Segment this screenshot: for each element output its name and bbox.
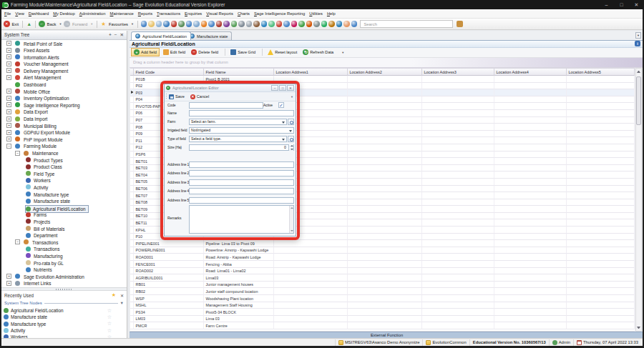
toolbar-icon[interactable] — [291, 21, 298, 27]
panel-help-icon[interactable]: i — [635, 41, 640, 46]
table-row[interactable]: WSPWoodshaving Plant location — [130, 295, 635, 302]
hand-icon[interactable] — [457, 21, 463, 27]
tree-expander-icon[interactable]: + — [6, 274, 11, 279]
toolbar-icon[interactable] — [351, 21, 358, 27]
tree-expander-icon[interactable]: − — [15, 151, 20, 156]
sidebar-item[interactable]: +Retail Point of Sale — [1, 40, 127, 47]
sidebar-item[interactable]: +Sage Evolution Administration — [1, 273, 127, 280]
toolbar-icon[interactable] — [193, 21, 200, 27]
sidebar-item[interactable]: Product Types — [1, 156, 127, 164]
tab-list-dropdown[interactable]: ▼ — [635, 32, 641, 39]
recent-item[interactable]: Manufacture state☆ — [1, 314, 127, 320]
reset-layout-button[interactable]: Reset layout — [265, 49, 299, 56]
size-spin-buttons[interactable] — [288, 144, 293, 151]
table-row[interactable]: RB02Junior staff compound location — [130, 288, 635, 295]
menu-item[interactable]: Reports — [136, 11, 155, 16]
address-line-2-input[interactable] — [189, 170, 294, 177]
sidebar-item[interactable]: +Mobile Office — [1, 88, 127, 95]
toolbar-icon[interactable] — [186, 21, 192, 27]
column-header[interactable]: Location Address4 — [494, 69, 567, 76]
dialog-close-button[interactable]: ✕ — [287, 85, 294, 91]
table-row[interactable]: FENCE001Fencing - Abba — [130, 261, 635, 268]
tree-expander-icon[interactable]: + — [6, 123, 11, 128]
sidebar-item[interactable]: +Data Export — [1, 109, 127, 116]
active-checkbox[interactable]: ✓ — [278, 102, 284, 108]
tree-expander-icon[interactable]: + — [6, 281, 11, 286]
column-header[interactable]: Location Address1 — [274, 69, 348, 76]
tree-expander-icon[interactable]: + — [6, 89, 11, 94]
sidebar-item[interactable]: +Information Alerts — [1, 54, 127, 61]
table-row[interactable]: PIPELINE001Pipeline: Lima 03 to Pivot 09 — [130, 240, 635, 247]
column-header[interactable]: Field Name — [204, 69, 274, 76]
group-by-strip[interactable]: Drag a column header here to group by th… — [130, 58, 643, 68]
tree-expander-icon[interactable]: + — [6, 54, 11, 59]
vertical-scrollbar[interactable] — [635, 68, 642, 332]
sidebar-item[interactable]: Field Type — [1, 170, 127, 177]
back-button[interactable]: Back ▼ — [38, 21, 63, 27]
column-header[interactable]: Location Address2 — [348, 69, 422, 76]
menu-item[interactable]: Visual Reports — [204, 11, 235, 16]
tree-expander-icon[interactable]: + — [6, 96, 11, 101]
menu-item[interactable]: Administration — [77, 11, 108, 16]
tab-agricultural-field-location[interactable]: Agricultural Field/Location — [131, 31, 191, 40]
sidebar-item[interactable]: Manufacturing — [1, 252, 127, 259]
name-input[interactable] — [189, 110, 294, 116]
sidebar-item[interactable]: +Municipal Billing — [1, 122, 127, 129]
address-line-5-input[interactable] — [189, 197, 294, 204]
sidebar-item[interactable]: Projects — [1, 218, 127, 225]
edit-field-button[interactable]: Edit field — [161, 49, 187, 56]
tree-expander-icon[interactable]: − — [15, 239, 20, 244]
tree-expander-icon[interactable]: + — [6, 61, 11, 66]
menu-item[interactable]: Maintenance — [108, 11, 136, 16]
sidebar-item[interactable]: +Alert Management — [1, 74, 127, 81]
sidebar-item[interactable]: Transactions — [1, 246, 127, 253]
sidebar-item[interactable]: +Internet Links — [1, 280, 127, 287]
farm-select[interactable]: Select an farm. — [189, 119, 287, 125]
tree-expander-icon[interactable]: + — [6, 130, 11, 135]
table-row[interactable]: POWERLINE001Powerline: Airstrip - Kapwas… — [130, 247, 635, 254]
add-field-button[interactable]: + Add field — [131, 48, 160, 56]
sidebar-item[interactable]: +GDPdU Export Module — [1, 129, 127, 136]
menu-item[interactable]: Enquiries — [182, 11, 204, 16]
sidebar-item[interactable]: +Fixed Assets — [1, 47, 127, 54]
sidebar-item[interactable]: −Farming Module — [1, 143, 127, 150]
column-header[interactable]: Location Address3 — [422, 69, 494, 76]
table-row[interactable]: ROAD002Road: Lima01 - Lima02 — [130, 268, 635, 275]
table-row[interactable]: PS34Pivot5-34 BLOCK — [130, 309, 635, 316]
forward-button[interactable]: Forward ▼ — [63, 21, 94, 27]
maximize-button[interactable]: □ — [614, 0, 629, 9]
remarks-textarea[interactable] — [189, 205, 294, 234]
favourites-button[interactable]: ★ Favourites ▼ — [99, 21, 135, 27]
sidebar-item[interactable]: +PnP Import Module — [1, 136, 127, 143]
sidebar-item[interactable]: +Sage Intelligence Reporting — [1, 101, 127, 109]
address-line-1-input[interactable] — [189, 161, 294, 168]
toolbar-icon[interactable] — [163, 21, 170, 27]
search-input[interactable]: Search — [360, 20, 453, 28]
scroll-up-arrow[interactable] — [637, 71, 640, 73]
toolbar-icon[interactable] — [283, 21, 290, 27]
toolbar-icon[interactable] — [268, 21, 275, 27]
table-row[interactable]: RB01Junior management houses — [130, 282, 635, 289]
textarea-scrollbar[interactable] — [289, 206, 293, 233]
toolbar-dropdown[interactable]: ▼ — [340, 50, 346, 55]
toolbar-icon[interactable] — [328, 21, 335, 27]
sidebar-item[interactable]: Nutrients — [1, 267, 127, 274]
close-icon[interactable]: ✕ — [120, 293, 124, 298]
toolbar-icon[interactable] — [298, 21, 305, 27]
favourite-star-icon[interactable]: ☆ — [107, 308, 112, 314]
exit-button[interactable]: Exit — [0, 21, 20, 27]
table-row[interactable]: LM03Lima 03 — [130, 316, 635, 323]
toolbar-icon[interactable] — [148, 21, 155, 27]
tree-collapse-button[interactable]: − — [114, 32, 117, 38]
up-arrow-icon[interactable]: ▲ — [26, 21, 31, 26]
column-header[interactable]: Field Code — [134, 69, 204, 76]
sidebar-item[interactable]: Department — [1, 232, 127, 239]
sidebar-item[interactable]: +Voucher Management — [1, 61, 127, 68]
menu-item[interactable]: Utilities — [307, 11, 325, 16]
sidebar-item[interactable]: Agricultural Field/Location — [1, 204, 127, 212]
tree-expander-icon[interactable]: − — [6, 144, 11, 149]
table-row[interactable]: PMCRFarm Centre — [130, 322, 635, 329]
toolbar-icon[interactable] — [171, 21, 177, 27]
menu-item[interactable]: Sage Intelligence Reporting — [252, 11, 307, 16]
sidebar-item[interactable]: Manufacture type — [1, 191, 127, 198]
